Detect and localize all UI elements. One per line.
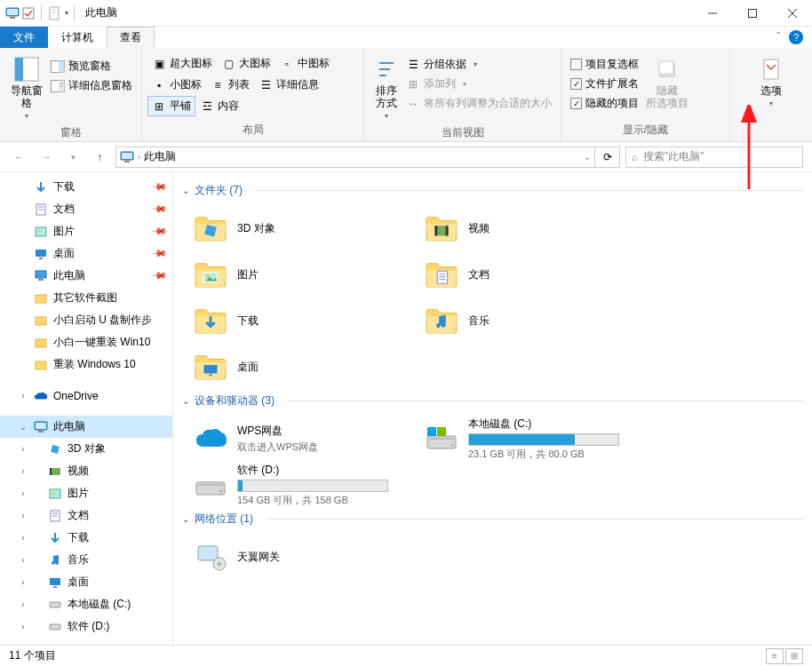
checkbox-items-toggle[interactable]: 项目复选框 bbox=[567, 55, 642, 74]
checkbox-checked-icon: ✓ bbox=[570, 98, 582, 109]
view-xlarge[interactable]: ▣超大图标 bbox=[147, 53, 217, 74]
drive-item[interactable]: 软件 (D:) 154 GB 可用，共 158 GB bbox=[189, 462, 402, 508]
sidebar-item[interactable]: 小白启动 U 盘制作步 bbox=[0, 309, 172, 331]
sidebar-item[interactable]: 桌面 📌 bbox=[0, 242, 172, 265]
sidebar-item[interactable]: › 文档 bbox=[0, 504, 172, 527]
forward-button[interactable]: → bbox=[36, 147, 57, 168]
group-by-button[interactable]: ☰分组依据▾ bbox=[402, 55, 555, 74]
view-small[interactable]: ▪小图标 bbox=[147, 75, 206, 95]
sidebar-item[interactable]: › 本地磁盘 (C:) bbox=[0, 593, 172, 615]
view-details-toggle[interactable]: ≡ bbox=[766, 648, 784, 664]
hide-selected-button[interactable]: 隐藏所选项目 bbox=[642, 52, 692, 114]
view-tiles[interactable]: ⊞平铺 bbox=[147, 96, 195, 116]
folder-item[interactable]: 音乐 bbox=[420, 297, 633, 344]
expand-icon[interactable]: › bbox=[18, 488, 28, 498]
expand-icon[interactable]: › bbox=[18, 599, 28, 609]
maximize-button[interactable] bbox=[732, 0, 772, 27]
hidden-items-toggle[interactable]: ✓隐藏的项目 bbox=[567, 94, 642, 113]
sidebar-item[interactable]: 其它软件截图 bbox=[0, 287, 172, 309]
close-button[interactable] bbox=[772, 0, 812, 27]
folder-item[interactable]: 文档 bbox=[420, 251, 633, 297]
expand-icon[interactable]: › bbox=[18, 511, 28, 520]
address-dropdown-icon[interactable]: ⌄ bbox=[584, 152, 591, 162]
expand-icon[interactable]: › bbox=[18, 533, 28, 543]
sidebar-item[interactable]: 此电脑 📌 bbox=[0, 265, 172, 287]
sidebar[interactable]: 下载 📌 文档 📌 图片 📌 桌面 📌 此电脑 📌 其它软件截图 小白启动 U … bbox=[0, 172, 173, 645]
pin-icon: 📌 bbox=[150, 201, 167, 218]
expand-icon[interactable]: › bbox=[18, 622, 28, 631]
breadcrumb-location[interactable]: 此电脑 bbox=[144, 149, 176, 164]
view-large[interactable]: ▢大图标 bbox=[217, 53, 275, 74]
tab-file[interactable]: 文件 bbox=[0, 27, 48, 48]
recent-dropdown[interactable]: ▾ bbox=[62, 147, 84, 168]
svg-point-70 bbox=[451, 444, 454, 447]
minimize-button[interactable] bbox=[692, 0, 732, 27]
qat-checkbox-icon[interactable] bbox=[21, 6, 36, 20]
svg-rect-38 bbox=[36, 317, 46, 325]
content-pane[interactable]: ⌄ 文件夹 (7) 3D 对象 视频 图片 文档 下载 音乐 桌面 ⌄ bbox=[173, 172, 812, 645]
sidebar-item[interactable]: › 视频 bbox=[0, 460, 172, 482]
extensions-toggle[interactable]: ✓文件扩展名 bbox=[567, 75, 642, 93]
view-details[interactable]: ☰详细信息 bbox=[254, 75, 323, 95]
sidebar-item[interactable]: 重装 Windows 10 bbox=[0, 353, 172, 376]
folder-item[interactable]: 下载 bbox=[189, 297, 402, 344]
view-medium[interactable]: ▫中图标 bbox=[275, 53, 334, 74]
sidebar-item[interactable]: › 下载 bbox=[0, 527, 172, 549]
help-icon[interactable]: ? bbox=[789, 30, 803, 44]
drive-icon bbox=[424, 421, 459, 456]
sort-button[interactable]: 排序方式 ▾ bbox=[370, 52, 402, 123]
checkbox-unchecked-icon bbox=[570, 59, 582, 70]
sidebar-item[interactable]: › 软件 (D:) bbox=[0, 615, 172, 638]
sidebar-item[interactable]: 下载 📌 bbox=[0, 176, 172, 198]
qat-dropdown-icon[interactable]: ▾ bbox=[65, 9, 68, 17]
preview-pane-button[interactable]: 预览窗格 bbox=[47, 57, 136, 75]
qat-properties-icon[interactable] bbox=[47, 6, 61, 20]
drive-item[interactable]: 本地磁盘 (C:) 23.1 GB 可用，共 80.0 GB bbox=[420, 416, 633, 462]
expand-icon[interactable]: › bbox=[18, 555, 28, 565]
address-bar[interactable]: › 此电脑 ⌄ bbox=[115, 147, 595, 168]
group-drives[interactable]: ⌄ 设备和驱动器 (3) bbox=[182, 393, 803, 408]
sidebar-item[interactable]: › 3D 对象 bbox=[0, 438, 172, 460]
expand-icon[interactable]: › bbox=[18, 466, 28, 476]
folder-item[interactable]: 视频 bbox=[420, 205, 633, 251]
preview-pane-icon bbox=[51, 59, 65, 74]
expand-icon[interactable]: › bbox=[18, 391, 28, 400]
folder-item[interactable]: 桌面 bbox=[189, 344, 402, 390]
sidebar-thispc[interactable]: ⌄ 此电脑 bbox=[0, 416, 172, 438]
expand-icon[interactable]: › bbox=[18, 577, 28, 587]
view-thumbnails-toggle[interactable]: ⊞ bbox=[785, 648, 803, 664]
search-box[interactable]: ⌕ 搜索"此电脑" bbox=[625, 147, 803, 168]
refresh-button[interactable]: ⟳ bbox=[595, 147, 620, 168]
add-columns-button[interactable]: ⊞添加列▾ bbox=[402, 75, 555, 93]
up-button[interactable]: ↑ bbox=[89, 147, 110, 168]
back-button[interactable]: ← bbox=[9, 147, 30, 168]
drive-item[interactable]: WPS网盘双击进入WPS网盘 bbox=[189, 416, 402, 462]
details-pane-button[interactable]: 详细信息窗格 bbox=[47, 76, 136, 95]
tab-view[interactable]: 查看 bbox=[107, 27, 155, 48]
collapse-ribbon-icon[interactable]: ˆ bbox=[776, 31, 780, 44]
sidebar-onedrive[interactable]: › OneDrive bbox=[0, 385, 172, 407]
view-list[interactable]: ≡列表 bbox=[206, 75, 254, 95]
sidebar-item-icon bbox=[34, 269, 48, 283]
network-item[interactable]: 天翼网关 bbox=[189, 534, 402, 580]
nav-pane-button[interactable]: 导航窗格 ▾ bbox=[5, 52, 47, 123]
view-content[interactable]: ☲内容 bbox=[195, 96, 243, 116]
sidebar-item[interactable]: › 桌面 bbox=[0, 571, 172, 593]
sidebar-item[interactable]: › 音乐 bbox=[0, 549, 172, 571]
sidebar-item[interactable]: › 图片 bbox=[0, 482, 172, 504]
options-button[interactable]: 选项 ▾ bbox=[746, 52, 796, 111]
tab-computer[interactable]: 计算机 bbox=[48, 27, 107, 48]
sidebar-item[interactable]: 图片 📌 bbox=[0, 220, 172, 242]
sidebar-item[interactable]: 文档 📌 bbox=[0, 198, 172, 220]
sort-icon bbox=[372, 55, 401, 83]
item-label: 软件 (D:) bbox=[237, 463, 388, 478]
folder-item[interactable]: 3D 对象 bbox=[189, 205, 402, 251]
expand-icon[interactable]: › bbox=[18, 444, 28, 454]
fit-columns-button[interactable]: ↔将所有列调整为合适的大小 bbox=[402, 94, 555, 113]
breadcrumb-separator-icon[interactable]: › bbox=[138, 152, 140, 162]
sidebar-item[interactable]: 小白一键重装 Win10 bbox=[0, 331, 172, 353]
folder-item[interactable]: 图片 bbox=[189, 251, 402, 297]
group-folders[interactable]: ⌄ 文件夹 (7) bbox=[182, 183, 803, 198]
group-network[interactable]: ⌄ 网络位置 (1) bbox=[182, 511, 803, 527]
collapse-icon[interactable]: ⌄ bbox=[18, 422, 28, 432]
